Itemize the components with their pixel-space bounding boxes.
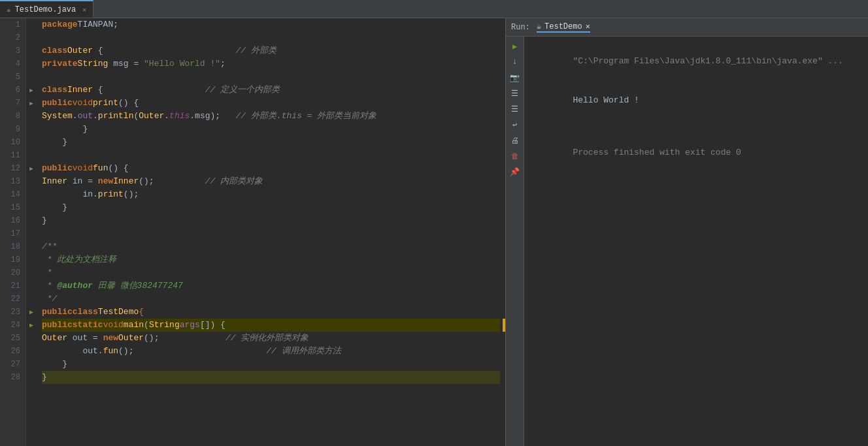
code-line-9[interactable]: } [42,123,500,136]
editor-tab-testdemo[interactable]: ☕ TestDemo.java ✕ [0,0,93,18]
line-number-17: 17 [3,227,20,240]
run-clear-button[interactable]: 🗑 [508,149,522,163]
code-line-27[interactable]: } [42,358,500,371]
tab-label: TestDemo.java [15,5,76,14]
code-line-23[interactable]: public class TestDemo { [42,306,500,319]
code-line-4[interactable]: private String msg = "Hello World !"; [42,57,500,71]
run-back-button[interactable]: ↩ [508,118,522,132]
code-line-19[interactable]: * 此处为文档注释 [42,253,500,266]
gutter-cell-6[interactable]: ▶ [26,84,37,97]
run-arrow-icon[interactable]: ▶ [29,308,33,316]
code-line-18[interactable]: /** [42,240,500,253]
line-number-26: 26 [3,345,20,358]
line-number-8: 8 [3,110,20,123]
gutter-cell-17 [26,227,37,240]
code-line-28[interactable]: } [42,371,500,384]
code-line-8[interactable]: System.out.println(Outer.this.msg); // 外… [42,110,500,123]
code-line-17[interactable] [42,227,500,240]
run-play-button[interactable]: ▶ [508,39,522,54]
code-line-21[interactable]: * @author 田馨 微信382477247 [42,279,500,293]
line-number-11: 11 [3,149,20,162]
code-line-20[interactable]: * [42,266,500,279]
line-number-2: 2 [3,31,20,44]
run-output-content: "C:\Program Files\Java\jdk1.8.0_111\bin\… [524,37,868,446]
line-numbers: 1234567891011121314151617181920212223242… [0,18,26,446]
line-number-15: 15 [3,201,20,214]
code-line-13[interactable]: Inner in = new Inner(); // 内部类对象 [42,175,500,188]
gutter-cell-7[interactable]: ▶ [26,97,37,110]
run-arrow-icon[interactable]: ▶ [29,321,33,329]
gutter-cell-12[interactable]: ▶ [26,162,37,175]
code-line-14[interactable]: in.print(); [42,188,500,201]
line-number-19: 19 [3,253,20,266]
run-panel: Run: ☕ TestDemo ✕ ▶ ↓ 📷 ☰ ☰ ↩ 🖨 🗑 📌 [505,18,868,446]
code-line-3[interactable]: class Outer { // 外部类 [42,44,500,57]
gutter-cell-15 [26,201,37,214]
gutter: ▶▶▶▶▶ [26,18,37,446]
code-area[interactable]: 1234567891011121314151617181920212223242… [0,18,505,446]
run-tab-icon: ☕ [537,22,541,31]
run-tab-testdemo[interactable]: ☕ TestDemo ✕ [537,22,590,33]
run-sidebar-toolbar: ▶ ↓ 📷 ☰ ☰ ↩ 🖨 🗑 📌 [506,37,524,446]
line-number-9: 9 [3,123,20,136]
run-content-area: ▶ ↓ 📷 ☰ ☰ ↩ 🖨 🗑 📌 "C:\Program Files\Java… [506,37,868,446]
line-number-27: 27 [3,358,20,371]
gutter-cell-28 [26,371,37,384]
code-line-15[interactable]: } [42,201,500,214]
gutter-cell-26 [26,345,37,358]
line-number-7: 7 [3,97,20,110]
run-capture-button[interactable]: 📷 [508,71,522,85]
run-pin-button[interactable]: 📌 [508,165,522,179]
code-line-24[interactable]: public static void main(String args[]) { [42,319,500,332]
line-number-13: 13 [3,175,20,188]
gutter-cell-23[interactable]: ▶ [26,306,37,319]
gutter-cell-4 [26,57,37,71]
gutter-cell-11 [26,149,37,162]
code-line-10[interactable]: } [42,136,500,149]
gutter-cell-24[interactable]: ▶ [26,319,37,332]
code-line-1[interactable]: package TIANPAN; [42,18,500,31]
gutter-cell-10 [26,136,37,149]
code-line-26[interactable]: out.fun(); // 调用外部类方法 [42,345,500,358]
run-header: Run: ☕ TestDemo ✕ [506,18,868,37]
line-number-16: 16 [3,214,20,227]
gutter-cell-22 [26,293,37,306]
code-line-22[interactable]: */ [42,293,500,306]
run-format-button[interactable]: ☰ [508,86,522,101]
line-number-28: 28 [3,371,20,384]
code-line-6[interactable]: class Inner { // 定义一个内部类 [42,84,500,97]
tab-bar: ☕ TestDemo.java ✕ [0,0,868,18]
code-line-5[interactable] [42,71,500,84]
code-line-2[interactable] [42,31,500,44]
run-tab-label: TestDemo [544,22,582,31]
tab-close-button[interactable]: ✕ [82,6,86,14]
gutter-cell-18 [26,240,37,253]
code-line-16[interactable]: } [42,214,500,227]
code-content[interactable]: package TIANPAN;class Outer { // 外部类 pri… [37,18,505,446]
line-number-4: 4 [3,57,20,71]
code-line-25[interactable]: Outer out = new Outer(); // 实例化外部类对象 [42,332,500,345]
line-number-6: 6 [3,84,20,97]
gutter-cell-25 [26,332,37,345]
run-print-button[interactable]: 🖨 [508,133,522,148]
gutter-cell-27 [26,358,37,371]
gutter-cell-2 [26,31,37,44]
run-settings-button[interactable]: ☰ [508,102,522,116]
code-line-12[interactable]: public void fun() { [42,162,500,175]
run-hello-output: Hello World ! [573,95,639,105]
code-line-7[interactable]: public void print() { [42,97,500,110]
fold-icon[interactable]: ▶ [29,100,33,107]
run-scroll-down-button[interactable]: ↓ [508,55,522,69]
run-tab-close[interactable]: ✕ [586,22,590,31]
fold-icon[interactable]: ▶ [29,87,33,94]
java-file-icon: ☕ [7,5,11,14]
gutter-cell-1 [26,18,37,31]
line-number-12: 12 [3,162,20,175]
fold-icon[interactable]: ▶ [29,165,33,172]
line-number-18: 18 [3,240,20,253]
gutter-cell-8 [26,110,37,123]
code-line-11[interactable] [42,149,500,162]
gutter-cell-19 [26,253,37,266]
line-number-24: 24 [3,319,20,332]
line-number-5: 5 [3,71,20,84]
